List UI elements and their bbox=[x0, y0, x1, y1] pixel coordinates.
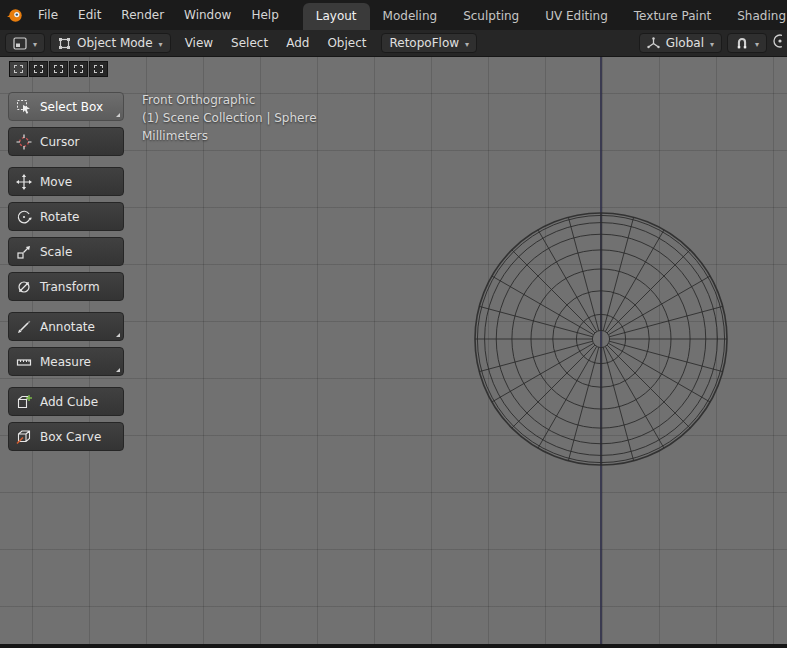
view-name-label: Front Orthographic bbox=[142, 91, 317, 109]
select-mode-subtract[interactable] bbox=[49, 61, 68, 77]
select-invert-icon bbox=[74, 65, 83, 73]
tab-modeling[interactable]: Modeling bbox=[370, 3, 451, 30]
chevron-down-icon bbox=[159, 37, 163, 49]
sphere-wireframe[interactable] bbox=[472, 210, 730, 468]
select-mode-invert[interactable] bbox=[69, 61, 88, 77]
snap-magnet-icon bbox=[735, 36, 749, 50]
select-extend-icon bbox=[34, 65, 43, 73]
tool-move[interactable]: Move bbox=[8, 167, 124, 196]
tool-label: Move bbox=[40, 175, 72, 189]
select-intersect-icon bbox=[94, 65, 103, 73]
menu-select[interactable]: Select bbox=[222, 30, 277, 56]
tool-label: Add Cube bbox=[40, 395, 98, 409]
tool-measure[interactable]: Measure bbox=[8, 347, 124, 376]
orientation-axes-icon bbox=[647, 37, 660, 50]
menu-file[interactable]: File bbox=[28, 0, 68, 30]
object-mode-icon bbox=[58, 37, 71, 50]
tool-add-cube[interactable]: Add Cube bbox=[8, 387, 124, 416]
tab-layout[interactable]: Layout bbox=[303, 3, 370, 30]
tab-shading[interactable]: Shading bbox=[724, 3, 787, 30]
topbar: File Edit Render Window Help Layout Mode… bbox=[0, 0, 787, 30]
transform-orientation-selector[interactable]: Global bbox=[639, 33, 722, 53]
menu-object[interactable]: Object bbox=[318, 30, 375, 56]
select-mode-set[interactable] bbox=[9, 61, 28, 77]
retopoflow-menu[interactable]: RetopoFlow bbox=[381, 33, 477, 53]
mode-selector-label: Object Mode bbox=[77, 36, 153, 50]
retopoflow-label: RetopoFlow bbox=[389, 36, 459, 50]
add-cube-icon bbox=[16, 394, 32, 410]
menu-render[interactable]: Render bbox=[111, 0, 174, 30]
viewport-overlay-text: Front Orthographic (1) Scene Collection … bbox=[142, 91, 317, 145]
select-mode-row bbox=[9, 61, 108, 77]
rotate-icon bbox=[16, 209, 32, 225]
chevron-down-icon bbox=[33, 37, 37, 49]
blender-logo-icon[interactable] bbox=[0, 7, 28, 24]
units-label: Millimeters bbox=[142, 127, 317, 145]
measure-ruler-icon bbox=[16, 354, 32, 370]
editor-type-selector[interactable] bbox=[5, 33, 45, 53]
tool-cursor[interactable]: Cursor bbox=[8, 127, 124, 156]
chevron-down-icon bbox=[755, 37, 759, 49]
select-box-icon bbox=[16, 99, 32, 115]
tool-label: Box Carve bbox=[40, 430, 101, 444]
transform-icon bbox=[16, 279, 32, 295]
tool-label: Cursor bbox=[40, 135, 79, 149]
tool-annotate[interactable]: Annotate bbox=[8, 312, 124, 341]
tool-select-box[interactable]: Select Box bbox=[8, 92, 124, 121]
select-subtract-icon bbox=[54, 65, 63, 73]
menu-add[interactable]: Add bbox=[277, 30, 318, 56]
header-right-cluster: Global bbox=[639, 33, 782, 53]
active-object-label: (1) Scene Collection | Sphere bbox=[142, 109, 317, 127]
select-set-icon bbox=[14, 65, 23, 73]
select-mode-extend[interactable] bbox=[29, 61, 48, 77]
tool-rotate[interactable]: Rotate bbox=[8, 202, 124, 231]
tool-transform[interactable]: Transform bbox=[8, 272, 124, 301]
tool-label: Select Box bbox=[40, 100, 103, 114]
box-carve-icon bbox=[16, 429, 32, 445]
menu-view[interactable]: View bbox=[176, 30, 222, 56]
orientation-label: Global bbox=[666, 36, 704, 50]
annotate-pen-icon bbox=[16, 319, 32, 335]
tool-box-carve[interactable]: Box Carve bbox=[8, 422, 124, 451]
snapping-selector[interactable] bbox=[727, 33, 767, 53]
tool-label: Rotate bbox=[40, 210, 79, 224]
blender-logo-icon bbox=[6, 7, 23, 24]
tab-uv-editing[interactable]: UV Editing bbox=[532, 3, 621, 30]
proportional-edit-icon bbox=[772, 33, 782, 49]
chevron-down-icon bbox=[710, 37, 714, 49]
tool-label: Measure bbox=[40, 355, 91, 369]
proportional-edit-toggle[interactable] bbox=[772, 33, 782, 53]
scale-icon bbox=[16, 244, 32, 260]
viewport-header: Object Mode View Select Add Object Retop… bbox=[0, 30, 787, 57]
tool-scale[interactable]: Scale bbox=[8, 237, 124, 266]
tool-label: Annotate bbox=[40, 320, 95, 334]
move-icon bbox=[16, 174, 32, 190]
chevron-down-icon bbox=[465, 37, 469, 49]
select-mode-intersect[interactable] bbox=[89, 61, 108, 77]
editor-type-icon bbox=[13, 37, 27, 50]
toolbar: Select Box Cursor Move Rotat bbox=[8, 92, 124, 457]
tool-label: Scale bbox=[40, 245, 72, 259]
menu-edit[interactable]: Edit bbox=[68, 0, 111, 30]
workspace-tabs: Layout Modeling Sculpting UV Editing Tex… bbox=[303, 0, 787, 30]
tab-texture-paint[interactable]: Texture Paint bbox=[621, 3, 724, 30]
menu-window[interactable]: Window bbox=[174, 0, 241, 30]
mode-selector[interactable]: Object Mode bbox=[50, 33, 171, 53]
tool-label: Transform bbox=[40, 280, 100, 294]
menu-help[interactable]: Help bbox=[241, 0, 288, 30]
cursor-icon bbox=[16, 134, 32, 150]
status-bar-edge bbox=[0, 644, 787, 648]
tab-sculpting[interactable]: Sculpting bbox=[450, 3, 532, 30]
